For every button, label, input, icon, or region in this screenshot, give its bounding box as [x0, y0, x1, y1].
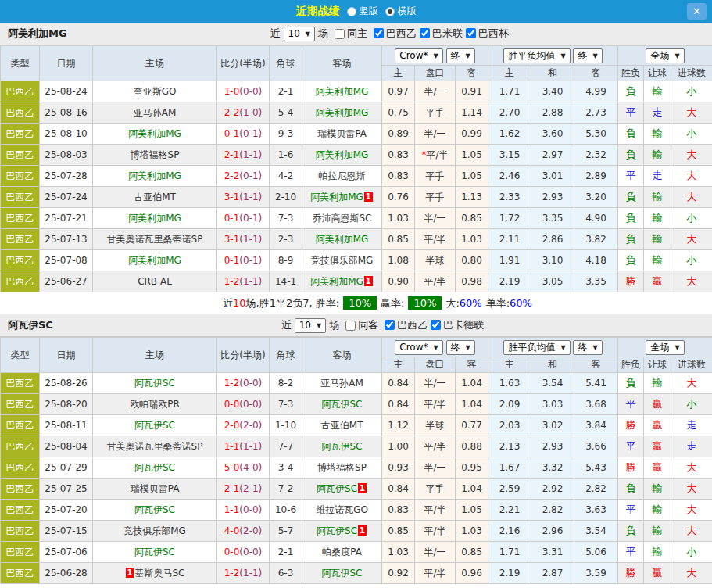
match-count-select[interactable]: 10 ▼: [295, 318, 326, 333]
odds-final-select[interactable]: 终▼: [446, 48, 475, 63]
date-cell: 25-08-16: [40, 102, 93, 124]
corner-cell: 4-2: [270, 166, 302, 187]
dropdown-arrow-icon: ▼: [674, 50, 679, 62]
score-cell: 1-2(0-0): [217, 373, 270, 394]
big-value: 60%: [460, 297, 482, 309]
table-row: 巴西乙25-08-10阿美利加MG0-1(0-1)9-3瑞模贝雷PA0.89半/…: [1, 124, 712, 145]
dropdown-arrow-icon: ▼: [560, 50, 565, 62]
avg-draw-cell: 2.93: [531, 436, 574, 457]
radio-horizontal[interactable]: 横版: [385, 5, 417, 18]
handicap-result-cell: 贏: [644, 457, 671, 479]
dropdown-arrow-icon: ▼: [592, 50, 597, 62]
home-team-name: 竞技俱乐部MG: [123, 525, 186, 536]
dropdown-arrow-icon: ▼: [674, 342, 679, 353]
score-cell: 0-1(0-1): [217, 250, 270, 271]
dropdown-arrow-icon: ▼: [434, 342, 438, 353]
avg-away-cell: 5.43: [574, 457, 618, 479]
halftime-score: (0-1): [239, 213, 262, 224]
fullmatch-select[interactable]: 全场▼: [646, 48, 684, 63]
avg-final-select[interactable]: 终▼: [573, 340, 602, 355]
dropdown-arrow-icon: ▼: [466, 50, 470, 62]
avg-away-cell: 2.82: [574, 479, 618, 500]
league-checkbox[interactable]: [431, 320, 441, 330]
result-cell: 負: [618, 229, 644, 250]
table-row: 巴西乙25-07-28阿美利加MG2-2(0-1)4-2帕拉尼恩斯0.83平手1…: [1, 166, 712, 187]
score-cell: 4-0(2-0): [217, 521, 270, 542]
handicap-result-cell: 輸: [644, 229, 671, 250]
avg-draw-cell: 3.32: [531, 457, 574, 479]
home-cell: 阿美利加MG: [93, 208, 217, 229]
handicap-result-cell: 輸: [644, 145, 671, 166]
home-cell: 阿瓦伊SC: [93, 542, 217, 563]
odds-final-select[interactable]: 终▼: [446, 340, 475, 355]
away-team-name: 阿美利加MG: [316, 107, 369, 118]
away-team-name: 阿美利加MG: [316, 149, 369, 160]
corner-cell: 6-3: [270, 563, 302, 584]
away-team-name: 瑞模贝雷PA: [317, 128, 367, 139]
fullmatch-group-header: 全场▼: [618, 46, 712, 66]
avg-home-cell: 1.67: [488, 457, 531, 479]
league-type-cell: 巴西乙: [1, 436, 40, 457]
away-team-name: 阿美利加MG: [310, 276, 363, 287]
odds-home-cell: 0.85: [382, 521, 415, 542]
corner-cell: 2-10: [270, 187, 302, 208]
home-team-name: CRB AL: [138, 276, 172, 287]
home-cell: 阿瓦伊SC: [93, 373, 217, 394]
league-checkbox[interactable]: [466, 28, 476, 38]
avg-away-cell: 5.30: [574, 124, 618, 145]
corner-cell: 5-7: [270, 521, 302, 542]
away-team-name: 帕拉尼恩斯: [319, 170, 366, 181]
fullmatch-select[interactable]: 全场▼: [646, 340, 684, 355]
summary-record: 场,胜1平2负7, 胜率:: [246, 297, 340, 309]
handicap-cell: 平/半: [415, 394, 456, 415]
odds-away-cell: 0.88: [456, 436, 488, 457]
close-icon: ✕: [692, 5, 701, 17]
away-team-name: 维拉诺瓦GO: [316, 504, 368, 515]
table-row: 巴西乙25-06-27CRB AL1-2(1-1)14-1阿美利加MG10.90…: [1, 271, 712, 292]
result-cell: 平: [618, 394, 644, 415]
odds-company-select[interactable]: Crow*▼: [395, 340, 442, 355]
avg-select[interactable]: 胜平负均值▼: [503, 48, 570, 63]
league-checkbox[interactable]: [374, 28, 384, 38]
avg-draw-cell: 3.35: [531, 208, 574, 229]
league-type-cell: 巴西乙: [1, 187, 40, 208]
avg-home-cell: 2.19: [488, 271, 531, 292]
match-count-select[interactable]: 10 ▼: [284, 27, 315, 41]
handicap-text: 平/半: [426, 149, 448, 160]
avg-away-cell: 2.73: [574, 102, 618, 124]
home-team-name: 古亚伯MT: [134, 192, 176, 203]
league-filters: 巴西乙巴米联巴西杯: [370, 27, 509, 41]
home-cell: 阿瓦伊SC: [93, 457, 217, 479]
col-handicap: 盘口: [415, 357, 456, 373]
league-checkbox[interactable]: [420, 28, 430, 38]
odds-company-select[interactable]: Crow*▼: [395, 48, 442, 63]
odds-home-cell: 0.83: [382, 145, 415, 166]
col-home: 主场: [93, 338, 217, 373]
avg-away-cell: 3.84: [574, 415, 618, 436]
away-team-name: 阿美利加MG: [316, 234, 369, 245]
avg-select[interactable]: 胜平负均值▼: [503, 340, 570, 355]
score-cell: 5-0(4-0): [217, 457, 270, 479]
avg-home-cell: 2.19: [488, 563, 531, 584]
league-checkbox[interactable]: [385, 320, 395, 330]
handicap-cell: 半/一: [415, 457, 456, 479]
dropdown-arrow-icon: ▼: [434, 50, 438, 62]
odds-group-header: Crow*▼ 终▼: [382, 46, 488, 66]
radio-vertical[interactable]: 竖版: [347, 5, 378, 18]
same-venue-checkbox[interactable]: [345, 321, 356, 331]
same-venue-checkbox[interactable]: [335, 29, 345, 39]
result-cell: 平: [618, 542, 644, 563]
avg-final-select[interactable]: 终▼: [573, 48, 602, 63]
handicap-result-cell: 輸: [644, 208, 671, 229]
handicap-result-cell: 贏: [644, 436, 671, 457]
close-button[interactable]: ✕: [687, 3, 707, 20]
league-filters: 巴西乙巴卡德联: [381, 318, 484, 333]
halftime-score: (1-1): [239, 568, 262, 579]
date-cell: 25-07-28: [40, 166, 93, 187]
summary-stats: 近10场,胜1平2负7, 胜率: 10% 赢率: 10% 大:60% 单率:60…: [0, 292, 712, 314]
handicap-cell: 平/半: [415, 521, 456, 542]
col-avg-away: 客: [574, 357, 618, 373]
halftime-score: (1-1): [239, 234, 262, 245]
halftime-score: (0-1): [239, 128, 262, 139]
home-cell: 奎亚斯GO: [93, 81, 217, 102]
